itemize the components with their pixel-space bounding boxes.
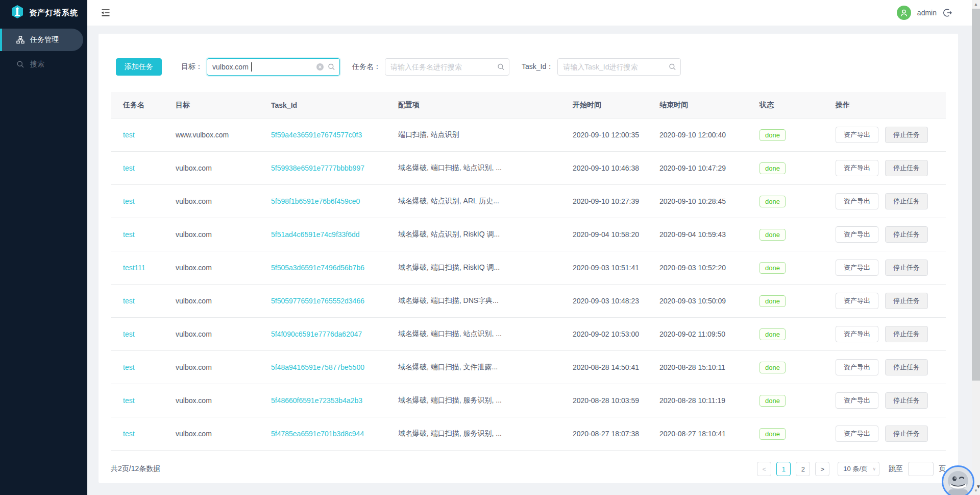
task-name-link[interactable]: test	[123, 230, 135, 239]
status-badge: done	[760, 428, 786, 440]
export-assets-button[interactable]: 资产导出	[836, 193, 878, 209]
row-actions: 资产导出 停止任务	[836, 160, 946, 176]
status-badge: done	[760, 362, 786, 373]
user-menu[interactable]: admin	[897, 6, 952, 20]
task-id-link[interactable]: 5f505a3d6591e7496d56b7b6	[271, 264, 364, 272]
stop-task-button[interactable]: 停止任务	[885, 127, 928, 143]
table-row: test vulbox.com 5f48660f6591e72353b4a2b3…	[111, 384, 946, 417]
task-options-cell: 域名爆破, 端口扫描, RiskIQ 调...	[398, 263, 573, 272]
task-id-link[interactable]: 5f5059776591e765552d3466	[271, 297, 364, 305]
column-header: Task_Id	[271, 101, 398, 109]
add-task-button[interactable]: 添加任务	[116, 58, 162, 76]
task-id-link[interactable]: 5f48660f6591e72353b4a2b3	[271, 396, 362, 405]
task-name-link[interactable]: test	[123, 430, 135, 438]
column-header: 任务名	[111, 101, 176, 110]
row-actions: 资产导出 停止任务	[836, 193, 946, 209]
row-actions: 资产导出 停止任务	[836, 293, 946, 309]
scroll-up-icon[interactable]: ▲	[972, 2, 980, 7]
sidebar-item-task-management[interactable]: 任务管理	[0, 29, 83, 51]
export-assets-button[interactable]: 资产导出	[836, 226, 878, 243]
stop-task-button[interactable]: 停止任务	[885, 359, 928, 375]
task-name-search-input[interactable]	[385, 58, 509, 76]
export-assets-button[interactable]: 资产导出	[836, 293, 878, 309]
task-id-search-input[interactable]	[557, 58, 681, 76]
task-name-link[interactable]: test	[123, 297, 135, 305]
table-header-row: 任务名 目标 Task_Id 配置项 开始时间 结束时间 状态 操作	[111, 92, 946, 119]
task-name-link[interactable]: test	[123, 164, 135, 172]
export-assets-button[interactable]: 资产导出	[836, 426, 878, 442]
scrollbar-thumb[interactable]	[972, 9, 980, 381]
stop-task-button[interactable]: 停止任务	[885, 392, 928, 409]
export-assets-button[interactable]: 资产导出	[836, 326, 878, 342]
task-name-link[interactable]: test	[123, 197, 135, 205]
table-body: test www.vulbox.com 5f59a4e36591e7674577…	[111, 119, 946, 451]
page-size-select[interactable]: 10 条/页 ∨	[838, 462, 879, 476]
row-actions: 资产导出 停止任务	[836, 127, 946, 143]
status-badge: done	[760, 196, 786, 207]
page-button-2[interactable]: 2	[796, 462, 810, 476]
sidebar-item-search[interactable]: 搜索	[0, 53, 87, 76]
clear-input-icon[interactable]	[316, 63, 324, 70]
export-assets-button[interactable]: 资产导出	[836, 359, 878, 375]
row-actions: 资产导出 停止任务	[836, 326, 946, 342]
task-id-link[interactable]: 5f59938e6591e7777bbbb997	[271, 164, 364, 172]
stop-task-button[interactable]: 停止任务	[885, 260, 928, 276]
next-page-button[interactable]: >	[815, 462, 829, 476]
qq-chat-widget[interactable]: ▼	[942, 465, 980, 495]
stop-task-button[interactable]: 停止任务	[885, 326, 928, 342]
export-assets-button[interactable]: 资产导出	[836, 127, 878, 143]
task-name-link[interactable]: test	[123, 396, 135, 405]
task-target-cell: vulbox.com	[176, 330, 271, 338]
stop-task-button[interactable]: 停止任务	[885, 193, 928, 209]
column-header: 操作	[836, 101, 946, 110]
task-options-cell: 域名爆破, 端口扫描, DNS字典...	[398, 296, 573, 305]
stop-task-button[interactable]: 停止任务	[885, 426, 928, 442]
menu-fold-icon[interactable]	[101, 8, 111, 18]
column-header: 配置项	[398, 101, 573, 110]
task-target-cell: vulbox.com	[176, 197, 271, 205]
task-options-cell: 域名爆破, 端口扫描, 文件泄露...	[398, 363, 573, 372]
table-row: test vulbox.com 5f598f1b6591e76b6f459ce0…	[111, 185, 946, 218]
sidebar: 资产灯塔系统 任务管理 搜索	[0, 0, 87, 495]
stop-task-button[interactable]: 停止任务	[885, 226, 928, 243]
export-assets-button[interactable]: 资产导出	[836, 392, 878, 409]
task-id-link[interactable]: 5f59a4e36591e7674577c0f3	[271, 131, 362, 139]
task-options-cell: 域名爆破, 端口扫描, 站点识别, ...	[398, 329, 573, 339]
search-icon[interactable]	[669, 63, 676, 71]
start-time-cell: 2020-09-02 10:53:00	[573, 330, 659, 338]
task-name-link[interactable]: test	[123, 131, 135, 139]
task-id-link[interactable]: 5f4785ea6591e701b3d8c944	[271, 430, 364, 438]
search-icon[interactable]	[497, 63, 505, 71]
task-id-link[interactable]: 5f48a9416591e75877be5500	[271, 363, 364, 371]
logout-icon[interactable]	[943, 8, 952, 17]
widget-caret-icon[interactable]: ▼	[976, 484, 980, 489]
stop-task-button[interactable]: 停止任务	[885, 293, 928, 309]
qq-chat-icon[interactable]	[942, 465, 974, 495]
page-scrollbar[interactable]: ▲ ▼	[972, 0, 980, 495]
export-assets-button[interactable]: 资产导出	[836, 260, 878, 276]
task-target-cell: vulbox.com	[176, 363, 271, 371]
task-options-cell: 域名爆破, 站点识别, ARL 历史...	[398, 197, 573, 206]
status-badge: done	[760, 295, 786, 307]
table-row: test vulbox.com 5f51ad4c6591e74c9f33f6dd…	[111, 218, 946, 251]
table-row: test vulbox.com 5f4785ea6591e701b3d8c944…	[111, 417, 946, 451]
stop-task-button[interactable]: 停止任务	[885, 160, 928, 176]
task-options-cell: 域名爆破, 端口扫描, 服务识别, ...	[398, 429, 573, 438]
end-time-cell: 2020-08-28 15:10:11	[659, 363, 760, 371]
task-name-link[interactable]: test111	[123, 264, 145, 272]
task-name-link[interactable]: test	[123, 363, 135, 371]
chevron-down-icon: ∨	[872, 466, 876, 472]
top-header: admin	[87, 0, 972, 26]
search-icon[interactable]	[328, 63, 335, 71]
prev-page-button[interactable]: <	[757, 462, 771, 476]
task-id-link[interactable]: 5f598f1b6591e76b6f459ce0	[271, 197, 360, 205]
start-time-cell: 2020-08-28 10:03:59	[573, 396, 659, 405]
task-id-link[interactable]: 5f4f090c6591e7776da62047	[271, 330, 362, 338]
page-button-1[interactable]: 1	[776, 462, 791, 476]
task-id-link[interactable]: 5f51ad4c6591e74c9f33f6dd	[271, 230, 360, 239]
export-assets-button[interactable]: 资产导出	[836, 160, 878, 176]
end-time-cell: 2020-09-10 12:00:40	[659, 131, 760, 139]
jump-page-input[interactable]	[908, 462, 934, 476]
end-time-cell: 2020-09-03 10:52:20	[659, 264, 760, 272]
task-name-link[interactable]: test	[123, 330, 135, 338]
